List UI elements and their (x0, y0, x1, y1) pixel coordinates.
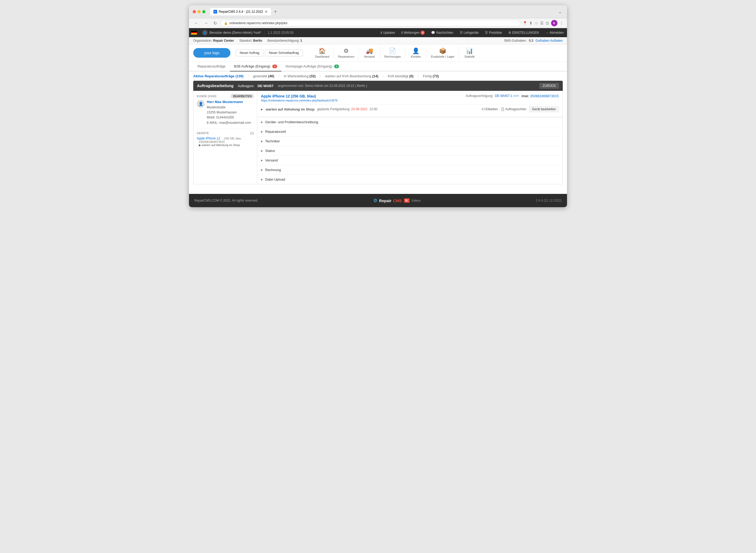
lock-icon: 🔒 (224, 21, 228, 25)
footer-cms-text: CMS (393, 199, 402, 203)
filter-kva-bestaetigt[interactable]: KVA bestätigt (0) (388, 74, 413, 78)
order-header-info: angenommen von: Demo Admin um 22.08.2022… (278, 84, 367, 88)
etiketten-link[interactable]: 🏷 Etiketten (481, 107, 498, 111)
auftragsschein-link[interactable]: 📋 Auftragsschein (501, 107, 527, 111)
tab-homepage[interactable]: Homepage Aufträge (Eingang) 9 (281, 62, 343, 71)
section-versand-header[interactable]: ▶ Versand (257, 156, 563, 165)
minimize-traffic-light[interactable] (197, 10, 201, 13)
filter-fertig[interactable]: Fertig (73) (423, 74, 439, 78)
tab-b2b[interactable]: B2B Aufträge (Eingang) 0 (230, 62, 281, 71)
nav-icon-rechnungen[interactable]: 📄 Rechnungen (380, 47, 405, 59)
customer-edit-button[interactable]: BEARBEITEN (231, 94, 254, 98)
share-icon[interactable]: ⬆ (529, 21, 533, 25)
section-reparaturzeit-header[interactable]: ▶ Reparaturzeit (257, 127, 563, 136)
forward-button[interactable]: → (202, 20, 210, 26)
maximize-traffic-light[interactable] (202, 10, 205, 13)
section-status-header[interactable]: ▶ Status (257, 146, 563, 155)
repair-cms-logo-circle: ⚙ (373, 198, 377, 204)
nav-einstellungen[interactable]: ⚙ EINSTELLUNGEN (505, 28, 542, 37)
refresh-button[interactable]: ↻ (212, 20, 218, 26)
list-icon: ☰ (485, 31, 488, 34)
browser-tab[interactable]: R RepairCMS 2.4.4 - (21.12.2022 ✕ (210, 8, 271, 15)
nav-icon-kunden[interactable]: 👤 Kunden (405, 47, 427, 59)
section-versand-label: Versand (265, 158, 278, 162)
chevron-right-icon: ▶ (261, 159, 263, 162)
profile-avatar[interactable]: K (551, 20, 557, 26)
section-rechnung-label: Rechnung (265, 168, 281, 172)
footer-r-badge: R. (404, 199, 409, 203)
device-name-link[interactable]: Apple iPhone 12 (197, 137, 220, 140)
location-icon[interactable]: 📍 (523, 21, 527, 25)
nav-nachrichten[interactable]: 💬 Nachrichten (428, 28, 456, 37)
footer-version: 2.4.4 (21.12.2022) (536, 199, 562, 203)
section-status: ▶ Status (257, 146, 563, 155)
nav-leihgeraete[interactable]: ☰ Leihgeräte (457, 28, 482, 37)
info-icon: ℹ (381, 31, 382, 34)
reading-list-icon[interactable]: ☰ (540, 21, 544, 25)
completion-info: geplante Fertigstellung: 23-08-2022 12:0… (317, 107, 377, 111)
nav-icon-statistik[interactable]: 📊 Statistik (459, 47, 480, 59)
window-minimize-button[interactable]: ⌄ (557, 9, 563, 15)
footer-repair-text: Repair (379, 199, 391, 203)
address-bar[interactable]: 🔒 onlinedemo.repaircms.net/index.php/job… (220, 20, 521, 26)
filter-bar: Aktive Reparaturaufträge (130) / gesende… (189, 71, 567, 81)
order-detail-panel: Apple iPhone 12 (256 GB, blau) https://o… (257, 91, 563, 184)
sidebar-icon[interactable]: ⊡ (546, 21, 549, 25)
nav-meldungen[interactable]: ℹ Meldungen 0 (398, 28, 428, 37)
new-tab-button[interactable]: + (274, 9, 277, 15)
statistik-label: Statistik (465, 55, 475, 58)
nav-updates[interactable]: ℹ Updates (377, 28, 398, 37)
device-card: Apple iPhone 12 (256 GB, blau) https://o… (257, 91, 563, 117)
device-title-row: Apple iPhone 12 (256 GB, blau) (261, 94, 463, 98)
section-rechnung: ▶ Rechnung (257, 165, 563, 174)
status-arrow-icon: ▶ (261, 108, 263, 111)
bookmark-icon[interactable]: ☆ (535, 21, 538, 25)
nav-timestamp: 1.1.2023 23:05:50 (264, 31, 297, 34)
user-icon: 👤 (202, 30, 208, 35)
section-reparaturzeit-label: Reparaturzeit (265, 130, 286, 134)
tracking-link[interactable]: DE-WI457-1 ==> (495, 94, 519, 98)
action-buttons: Neuer Auftrag Neuer Schnellauftrag (236, 50, 303, 56)
new-order-button[interactable]: Neuer Auftrag (236, 50, 263, 56)
back-button[interactable]: ZURÜCK (539, 83, 559, 89)
back-button[interactable]: ← (193, 20, 200, 26)
ersatzteile-label: Ersatzteile / Lager (431, 55, 455, 58)
tab-homepage-badge: 9 (334, 65, 339, 68)
filter-aktive[interactable]: Aktive Reparaturaufträge (130) (193, 74, 244, 78)
customer-avatar: 👤 (197, 100, 205, 108)
sms-topup-link[interactable]: Guthaben Aufladen (536, 39, 563, 43)
nav-icon-reparaturen[interactable]: ⚙ Reparaturen (334, 47, 359, 59)
chevron-right-icon: ▶ (261, 168, 263, 171)
nav-preisliste[interactable]: ☰ Preisliste (482, 28, 505, 37)
nav-icon-ersatzteile[interactable]: 📦 Ersatzteile / Lager (427, 47, 459, 59)
filter-wartestellung[interactable]: In Wartestellung (32) (284, 74, 316, 78)
section-rechnung-header[interactable]: ▶ Rechnung (257, 165, 563, 174)
filter-kva[interactable]: warten auf KVA-Beantwortung (14) (325, 74, 379, 78)
section-datei-header[interactable]: ▶ Datei Upload (257, 175, 563, 184)
preisliste-label: Preisliste (489, 31, 502, 34)
tab-close-button[interactable]: ✕ (265, 10, 268, 14)
filter-gesendet[interactable]: gesendet (40) (253, 74, 274, 78)
more-options-icon[interactable]: ⋮ (560, 21, 563, 25)
quick-order-button[interactable]: Neuer Schnellauftrag (265, 50, 303, 56)
nav-abmelden[interactable]: → Abmelden (542, 31, 567, 34)
devices-section-header: GERÄTE [1] (197, 132, 254, 135)
browser-actions: 📍 ⬆ ☆ ☰ ⊡ K ⋮ (523, 20, 563, 26)
nav-icon-versand[interactable]: 🚚 Versand (359, 47, 380, 59)
section-techniker-header[interactable]: ▶ Techniker (257, 137, 563, 146)
top-navbar: 👤 Benutzer demo (Demo Admin) *root* 1.1.… (189, 28, 567, 37)
imei-link[interactable]: 350981869873015 (530, 94, 559, 98)
berechtigung-label: Benutzerberechtigung: 1 (267, 39, 302, 43)
section-geraete-header[interactable]: ▶ Geräte- und Problembeschreibung (257, 117, 563, 127)
close-traffic-light[interactable] (193, 10, 196, 13)
device-url-link[interactable]: https://onlinedemo.repaircms.net/index.p… (261, 99, 338, 102)
chevron-right-icon: ▶ (261, 140, 263, 143)
section-datei-label: Datei Upload (265, 177, 285, 181)
tabs-bar: Reparaturaufträge B2B Aufträge (Eingang)… (189, 62, 567, 71)
devices-count: [1] (250, 132, 254, 135)
tab-favicon: R (213, 10, 217, 13)
nav-icon-dashboard[interactable]: 🏠 Dashboard (311, 47, 334, 59)
customer-name[interactable]: Herr Max Mustermann (207, 100, 254, 104)
edit-device-button[interactable]: Gerät bearbeiten (529, 106, 559, 112)
tab-reparatur[interactable]: Reparaturaufträge (193, 62, 230, 71)
